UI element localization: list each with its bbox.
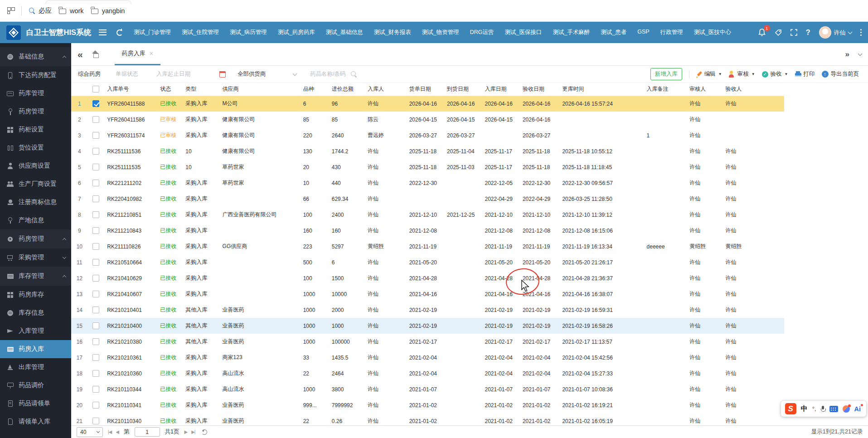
page-size-select[interactable]: 40 [77, 427, 103, 437]
table-row[interactable]: 12RK210410629已接收采购入库1001500许仙2021-04-282… [71, 270, 784, 286]
export-button[interactable]: ↑ 导出当前页 [822, 70, 859, 78]
sogou-logo-icon[interactable]: S [785, 403, 796, 414]
edit-button[interactable]: 编辑 ▼ [696, 70, 722, 78]
sidebar-item[interactable]: 产地信息 [0, 211, 71, 229]
nav-menu-item[interactable]: 测试_手术麻醉 [553, 29, 590, 36]
table-row[interactable]: 1YFR260411588已接收采购入库M公司696许仙2026-04-1620… [71, 96, 784, 112]
sidebar-item[interactable]: 请领单入库 [0, 413, 71, 431]
sidebar-item[interactable]: 采购管理 [0, 248, 71, 267]
row-checkbox[interactable] [92, 370, 99, 377]
sidebar-item[interactable]: 基础信息 [0, 47, 71, 66]
row-checkbox[interactable] [92, 307, 99, 313]
ime-punctuation-toggle[interactable]: °, [812, 405, 816, 412]
column-header[interactable]: 供应商 [220, 83, 301, 96]
keyboard-icon[interactable] [829, 406, 838, 412]
sidebar-item[interactable]: 下达药房配置 [0, 66, 71, 84]
add-inbound-button[interactable]: 新增入库 [650, 68, 682, 80]
column-header[interactable]: 状态 [157, 83, 183, 96]
row-checkbox[interactable] [92, 227, 99, 234]
sidebar-item[interactable]: 入库管理 [0, 322, 71, 340]
pharmacy-select[interactable]: 综合药房 [78, 70, 101, 78]
nav-menu-item[interactable]: 测试_住院管理 [182, 29, 219, 36]
table-row[interactable]: 9RK211210843已接收采购入库160160许仙2021-12-08202… [71, 223, 784, 238]
row-checkbox[interactable] [92, 180, 99, 186]
sidebar-item[interactable]: 药品调价 [0, 376, 71, 394]
table-row[interactable]: 10RK211110826已接收采购入库GG供应商2235297黄绍胜2021-… [71, 238, 784, 254]
row-checkbox[interactable] [92, 164, 99, 170]
row-checkbox[interactable] [92, 354, 99, 361]
bookmark-folder-yangbin[interactable]: yangbin [91, 7, 125, 15]
table-row[interactable]: 11RK210510664已接收采购入库5006许仙2021-05-202021… [71, 254, 784, 270]
order-status-select[interactable]: 单据状态 [116, 70, 138, 78]
date-range-input[interactable]: 入库起止日期 [156, 70, 226, 78]
home-icon[interactable] [92, 51, 99, 58]
sidebar-item[interactable]: 注册商标信息 [0, 193, 71, 211]
sidebar-item[interactable]: 货位设置 [0, 139, 71, 157]
first-page-icon[interactable]: |◀ [108, 429, 112, 434]
sidebar-item[interactable]: 供应商设置 [0, 157, 71, 175]
nav-menu-item[interactable]: 测试_医保接口 [504, 29, 542, 36]
sidebar-item[interactable]: 生产厂商设置 [0, 175, 71, 193]
table-row[interactable]: 6RK221211202已接收采购入库草药世家10440许仙2022-12-30… [71, 175, 784, 191]
row-checkbox[interactable] [92, 386, 99, 393]
refresh-icon[interactable] [116, 29, 123, 36]
sidebar-item[interactable]: 库存管理 [0, 267, 71, 286]
supplier-select[interactable]: 全部供货商 [238, 70, 296, 78]
drug-search-input[interactable]: 药品名称/条码 [310, 70, 357, 78]
next-page-icon[interactable]: ▶ [184, 429, 187, 434]
nav-menu-item[interactable]: 测试_病历管理 [230, 29, 267, 36]
column-header[interactable]: 进价总额 [329, 83, 365, 96]
print-button[interactable]: 打印 [795, 70, 815, 78]
table-row[interactable]: 14RK210210401已接收其他入库业善医药10002000许仙2021-0… [71, 302, 784, 318]
prev-page-icon[interactable]: ◀ [116, 429, 119, 434]
table-row[interactable]: 17RK210210361已接收采购入库商家123331435.5许仙2021-… [71, 350, 784, 365]
table-row[interactable]: 3YFR260311574已审核采购入库健康有限公司2202640曹远婷2026… [71, 127, 784, 143]
sidebar-item[interactable]: 药房库存 [0, 286, 71, 304]
search-icon[interactable] [351, 71, 357, 77]
column-header[interactable]: 审核人 [687, 83, 723, 96]
nav-menu-item[interactable]: 测试_基础信息 [326, 29, 363, 36]
table-row[interactable]: 5RK251111535已接收10草药世家20430许仙2025-11-1820… [71, 159, 784, 175]
nav-menu-item[interactable]: 测试_药房药库 [278, 29, 315, 36]
nav-menu-item[interactable]: 测试_患者 [601, 29, 626, 36]
collapse-tabs-icon[interactable]: « [78, 49, 83, 59]
tab-list-icon[interactable] [858, 51, 863, 56]
audit-button[interactable]: 审核 ▼ [729, 70, 755, 78]
row-checkbox[interactable] [92, 322, 99, 329]
microphone-icon[interactable] [821, 406, 825, 412]
column-header[interactable]: 入库单号 [104, 83, 157, 96]
page-number-input[interactable]: 1 [135, 427, 160, 437]
column-header[interactable]: 类型 [183, 83, 219, 96]
ime-ai-button[interactable]: Ai [854, 405, 861, 413]
row-checkbox[interactable] [92, 338, 99, 345]
calendar-icon[interactable] [219, 71, 226, 78]
column-header[interactable]: 到货日期 [444, 83, 482, 96]
sidebar-item[interactable]: 药房管理 [0, 229, 71, 248]
table-row[interactable]: 8RK211210851已接收采购入库广西业善医药有限公司1002400许仙20… [71, 207, 784, 223]
sidebar-item[interactable]: 药房管理 [0, 102, 71, 121]
sidebar-item[interactable]: 库存信息 [0, 304, 71, 322]
ime-skin-icon[interactable] [843, 405, 850, 413]
column-header[interactable]: 入库人 [365, 83, 407, 96]
nav-menu-item[interactable]: 测试_财务报表 [374, 29, 411, 36]
fullscreen-button[interactable] [790, 29, 797, 36]
table-row[interactable]: 2YFR260411586已审核采购入库健康有限公司8585陈云2026-04-… [71, 112, 784, 127]
column-header[interactable]: 品种 [301, 83, 329, 96]
row-checkbox[interactable] [92, 291, 99, 297]
row-checkbox[interactable] [92, 418, 99, 424]
ime-language-toggle[interactable]: 中 [801, 404, 808, 413]
row-checkbox[interactable] [92, 116, 99, 123]
table-row[interactable]: 13RK210410607已接收采购入库100010000许仙2021-04-1… [71, 286, 784, 302]
bookmark-folder-work[interactable]: work [59, 7, 84, 15]
nav-menu-item[interactable]: GSP [637, 29, 649, 36]
menu-collapse-icon[interactable] [99, 29, 107, 35]
tag-button[interactable] [775, 29, 782, 36]
nav-menu-item[interactable]: DRG运营 [470, 29, 494, 36]
tab-pharmacy-inbound[interactable]: 药房入库 × [115, 43, 160, 65]
row-checkbox[interactable] [92, 275, 99, 282]
row-checkbox[interactable] [92, 211, 99, 218]
row-checkbox[interactable] [92, 402, 99, 409]
row-checkbox[interactable] [92, 259, 99, 266]
nav-menu-item[interactable]: 测试_医技中心 [694, 29, 731, 36]
nav-menu-item[interactable]: 行政管理 [660, 29, 683, 36]
